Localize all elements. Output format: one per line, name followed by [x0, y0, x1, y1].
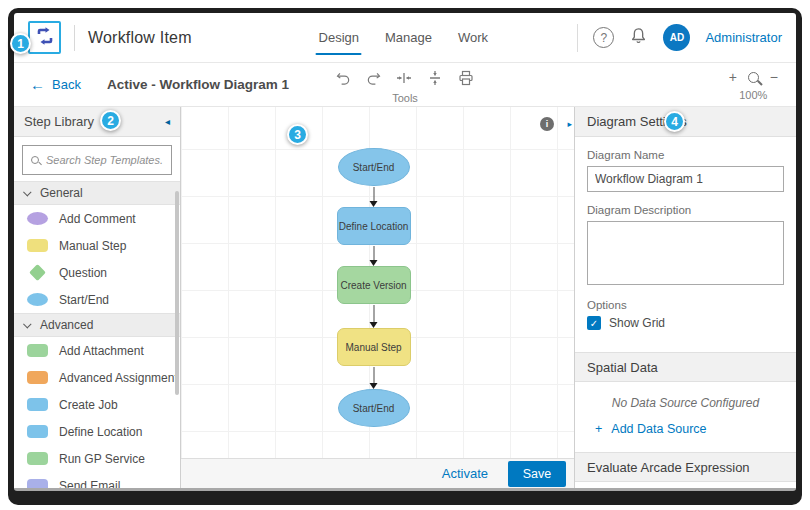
magnifier-icon[interactable] — [748, 72, 759, 83]
zoom-controls: + − 100% — [729, 69, 778, 101]
step-label: Add Comment — [59, 212, 136, 226]
callout-badge-3: 3 — [287, 124, 308, 145]
tools-label: Tools — [392, 92, 418, 104]
collapse-panel-icon[interactable]: ◂ — [165, 116, 170, 127]
node-label: Start/End — [353, 403, 395, 414]
step-label: Start/End — [59, 293, 109, 307]
spatial-data-title: Spatial Data — [587, 360, 658, 375]
diagram-canvas[interactable]: i ▸ Start/End Define Location Create Ver… — [181, 107, 574, 488]
rect-shape-icon — [27, 425, 48, 438]
flow-arrow — [369, 246, 378, 266]
step-library-panel: Step Library ◂ General Add Comment — [14, 107, 181, 488]
undo-icon[interactable] — [336, 71, 351, 86]
node-manual-step[interactable]: Manual Step — [337, 328, 411, 366]
callout-badge-2: 2 — [100, 110, 121, 131]
step-library-header: Step Library ◂ — [14, 107, 180, 137]
step-template-define-location[interactable]: Define Location — [14, 418, 180, 445]
app-header: Workflow Item Design Manage Work ? AD Ad… — [14, 13, 796, 63]
section-general[interactable]: General — [14, 181, 180, 205]
rect-shape-icon — [27, 239, 48, 252]
step-template-run-gp-service[interactable]: Run GP Service — [14, 445, 180, 472]
node-define-location[interactable]: Define Location — [337, 207, 411, 245]
step-template-start-end[interactable]: Start/End — [14, 286, 180, 313]
diagram-settings-body: Diagram Name Diagram Description Options… — [575, 137, 796, 352]
node-start[interactable]: Start/End — [338, 148, 410, 186]
canvas-info-icon[interactable]: i — [540, 117, 554, 131]
node-label: Create Version — [340, 280, 406, 291]
back-button[interactable]: ← Back — [30, 77, 81, 92]
save-button[interactable]: Save — [508, 461, 566, 487]
ellipse-shape-icon — [27, 293, 48, 306]
no-data-source-message: No Data Source Configured — [575, 396, 796, 410]
flow-arrow — [369, 187, 378, 207]
help-icon[interactable]: ? — [593, 27, 614, 48]
step-label: Send Email — [59, 479, 120, 489]
section-label: Advanced — [40, 318, 93, 332]
workflow-loop-icon — [35, 26, 55, 50]
zoom-level: 100% — [739, 89, 767, 101]
main-tabs: Design Manage Work — [319, 13, 489, 62]
step-template-manual-step[interactable]: Manual Step — [14, 232, 180, 259]
step-label: Manual Step — [59, 239, 126, 253]
options-label: Options — [587, 299, 784, 311]
chevron-down-icon — [23, 320, 31, 328]
tab-manage[interactable]: Manage — [385, 13, 432, 62]
step-template-advanced-assignment[interactable]: Advanced Assignment — [14, 364, 180, 391]
step-template-add-attachment[interactable]: Add Attachment — [14, 337, 180, 364]
diagram-toolbar: ← Back Active - Workflow Diagram 1 — [14, 63, 796, 107]
redo-icon[interactable] — [366, 71, 381, 86]
sidebar-scrollbar[interactable] — [175, 191, 179, 395]
step-template-add-comment[interactable]: Add Comment — [14, 205, 180, 232]
rect-shape-icon — [27, 344, 48, 357]
step-label: Run GP Service — [59, 452, 145, 466]
node-end[interactable]: Start/End — [338, 389, 410, 427]
show-grid-checkbox[interactable]: ✓ — [587, 316, 601, 330]
workflow-manager-app: Workflow Item Design Manage Work ? AD Ad… — [14, 13, 796, 491]
workflow-manager-logo[interactable] — [28, 21, 61, 54]
canvas-footer: Activate Save — [181, 458, 574, 488]
tab-design[interactable]: Design — [319, 13, 359, 62]
align-vertical-icon[interactable] — [427, 70, 443, 86]
node-label: Define Location — [339, 221, 409, 232]
step-label: Advanced Assignment — [59, 371, 178, 385]
username[interactable]: Administrator — [705, 30, 782, 45]
page-title: Workflow Item — [88, 29, 192, 47]
add-data-source-button[interactable]: + Add Data Source — [595, 422, 796, 436]
zoom-in-button[interactable]: + — [729, 69, 737, 85]
section-label: General — [40, 186, 83, 200]
callout-badge-4: 4 — [664, 111, 685, 132]
node-create-version[interactable]: Create Version — [337, 266, 411, 304]
expand-panel-icon[interactable]: ▸ — [567, 119, 572, 129]
back-arrow-icon: ← — [30, 77, 45, 92]
step-template-send-email[interactable]: Send Email — [14, 472, 180, 488]
plus-icon: + — [595, 422, 602, 436]
main-region: Step Library ◂ General Add Comment — [14, 107, 796, 488]
section-advanced[interactable]: Advanced — [14, 313, 180, 337]
diagram-description-input[interactable] — [587, 221, 784, 285]
tab-work[interactable]: Work — [458, 13, 488, 62]
step-search — [22, 145, 172, 175]
step-template-question[interactable]: Question — [14, 259, 180, 286]
node-label: Start/End — [353, 162, 395, 173]
zoom-out-button[interactable]: − — [770, 69, 778, 85]
rect-shape-icon — [27, 452, 48, 465]
diagram-name-input[interactable] — [587, 166, 784, 192]
avatar[interactable]: AD — [663, 24, 690, 51]
notifications-bell-icon[interactable] — [629, 26, 648, 49]
step-template-create-job[interactable]: Create Job — [14, 391, 180, 418]
print-icon[interactable] — [458, 70, 474, 86]
search-input[interactable] — [46, 154, 163, 166]
ellipse-shape-icon — [27, 212, 48, 225]
diagram-name-label: Diagram Name — [587, 149, 784, 161]
tools-group: Tools — [336, 67, 474, 104]
spatial-data-header: Spatial Data — [575, 352, 796, 382]
callout-badge-1: 1 — [10, 33, 31, 54]
add-data-source-label: Add Data Source — [611, 422, 706, 436]
activate-button[interactable]: Activate — [442, 466, 488, 481]
align-horizontal-icon[interactable] — [396, 70, 412, 86]
step-label: Question — [59, 266, 107, 280]
header-divider-2 — [577, 24, 578, 52]
search-icon — [31, 156, 39, 164]
diagram-settings-header: Diagram Settings — [575, 107, 796, 137]
step-label: Create Job — [59, 398, 118, 412]
